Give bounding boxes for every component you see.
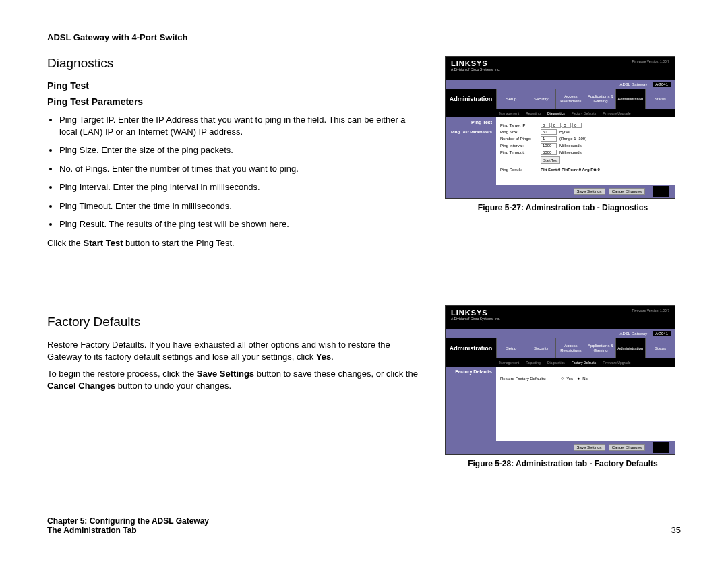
side-heading-params: Ping Test Parameters bbox=[446, 127, 496, 137]
figure-factory: LINKSYS A Division of Cisco Systems, Inc… bbox=[445, 305, 681, 468]
tab-setup[interactable]: Setup bbox=[496, 338, 526, 358]
ip-field-4[interactable]: 0 bbox=[572, 123, 582, 128]
subnav-management[interactable]: Management bbox=[499, 361, 519, 365]
label-num-pings: Number of Pings: bbox=[500, 137, 541, 141]
document-header: ADSL Gateway with 4-Port Switch bbox=[47, 32, 681, 42]
result-value: Pkt Sent:0 PktRecv:0 Avg Rtt:0 bbox=[541, 168, 600, 172]
subheading-ping-params: Ping Test Parameters bbox=[47, 96, 425, 107]
tab-applications[interactable]: Applications & Gaming bbox=[586, 338, 615, 358]
subnav-diagnostics[interactable]: Diagnostics bbox=[547, 111, 565, 115]
list-item: Ping Size. Enter the size of the ping pa… bbox=[59, 144, 425, 156]
section-factory-title: Factory Defaults bbox=[47, 315, 425, 330]
tab-security[interactable]: Security bbox=[526, 89, 555, 109]
start-test-button[interactable]: Start Test bbox=[541, 156, 560, 164]
subnav-firmware[interactable]: Firmware Upgrade bbox=[603, 361, 630, 365]
save-settings-button[interactable]: Save Settings bbox=[574, 188, 605, 195]
ping-params-list: Ping Target IP. Enter the IP Address tha… bbox=[59, 114, 425, 230]
logo-subtitle: A Division of Cisco Systems, Inc. bbox=[451, 67, 500, 71]
cisco-icon bbox=[653, 442, 669, 453]
num-pings-field[interactable]: 1 bbox=[541, 136, 557, 142]
section-diagnostics-title: Diagnostics bbox=[47, 56, 425, 71]
unit-ms-2: Milliseconds bbox=[559, 150, 582, 154]
model-label: AG041 bbox=[653, 331, 671, 336]
subnav-factory[interactable]: Factory Defaults bbox=[572, 111, 596, 115]
nav-section-label: Administration bbox=[446, 338, 496, 358]
label-restore: Restore Factory Defaults: bbox=[500, 377, 561, 381]
ip-field-1[interactable]: 0 bbox=[541, 123, 550, 128]
tab-access[interactable]: Access Restrictions bbox=[555, 89, 585, 109]
tab-applications[interactable]: Applications & Gaming bbox=[586, 89, 615, 109]
nav-section-label: Administration bbox=[446, 89, 496, 109]
firmware-version: Firmware Version: 1.00.7 bbox=[632, 59, 669, 63]
label-result: Ping Result: bbox=[500, 168, 541, 172]
radio-yes-label[interactable]: Yes bbox=[566, 377, 573, 381]
figure-caption-2: Figure 5-28: Administration tab - Factor… bbox=[445, 459, 681, 468]
tab-administration[interactable]: Administration bbox=[615, 338, 645, 358]
tab-administration[interactable]: Administration bbox=[615, 89, 645, 109]
label-ping-size: Ping Size: bbox=[500, 130, 541, 134]
gateway-label: ADSL Gateway bbox=[620, 82, 648, 86]
footer-left: Chapter 5: Configuring the ADSL Gateway … bbox=[47, 516, 209, 535]
figure-diagnostics: LINKSYS A Division of Cisco Systems, Inc… bbox=[445, 56, 681, 212]
side-heading-factory: Factory Defaults bbox=[446, 367, 496, 377]
page-number: 35 bbox=[671, 525, 681, 535]
factory-paragraph-1: Restore Factory Defaults. If you have ex… bbox=[47, 339, 425, 363]
factory-paragraph-2: To begin the restore process, click the … bbox=[47, 368, 425, 392]
tab-status[interactable]: Status bbox=[645, 89, 675, 109]
interval-field[interactable]: 1000 bbox=[541, 143, 557, 148]
cancel-changes-button[interactable]: Cancel Changes bbox=[609, 188, 645, 195]
range-hint: (Range 1~100) bbox=[559, 137, 586, 141]
linksys-logo: LINKSYS bbox=[451, 309, 500, 317]
timeout-field[interactable]: 5000 bbox=[541, 150, 557, 155]
start-test-paragraph: Click the Start Test button to start the… bbox=[47, 237, 425, 249]
subnav-management[interactable]: Management bbox=[499, 111, 519, 115]
tab-security[interactable]: Security bbox=[526, 338, 555, 358]
linksys-logo: LINKSYS bbox=[451, 59, 500, 67]
figure-caption-1: Figure 5-27: Adminstration tab - Diagnos… bbox=[445, 203, 681, 212]
cisco-icon bbox=[653, 186, 669, 197]
unit-ms-1: Milliseconds bbox=[559, 144, 582, 148]
subheading-ping-test: Ping Test bbox=[47, 80, 425, 91]
list-item: No. of Pings. Enter the number of times … bbox=[59, 163, 425, 175]
subnav-diagnostics[interactable]: Diagnostics bbox=[547, 361, 565, 365]
model-label: AG041 bbox=[653, 82, 671, 87]
cancel-changes-button[interactable]: Cancel Changes bbox=[609, 444, 645, 451]
gateway-label: ADSL Gateway bbox=[620, 332, 648, 336]
label-timeout: Ping Timeout: bbox=[500, 150, 541, 154]
logo-subtitle: A Division of Cisco Systems, Inc. bbox=[451, 317, 500, 321]
ping-size-field[interactable]: 60 bbox=[541, 129, 557, 135]
radio-no-label[interactable]: No bbox=[582, 377, 588, 381]
tab-status[interactable]: Status bbox=[645, 338, 675, 358]
ip-field-3[interactable]: 0 bbox=[562, 123, 571, 128]
firmware-version: Firmware Version: 1.00.7 bbox=[632, 309, 669, 313]
label-target-ip: Ping Target IP: bbox=[500, 123, 541, 127]
label-interval: Ping Interval: bbox=[500, 144, 541, 148]
tab-setup[interactable]: Setup bbox=[496, 89, 526, 109]
tab-access[interactable]: Access Restrictions bbox=[555, 338, 585, 358]
list-item: Ping Timeout. Enter the time in millisec… bbox=[59, 200, 425, 212]
subnav-reporting[interactable]: Reporting bbox=[526, 111, 541, 115]
subnav-reporting[interactable]: Reporting bbox=[526, 361, 541, 365]
list-item: Ping Result. The results of the ping tes… bbox=[59, 218, 425, 230]
unit-bytes: Bytes bbox=[559, 130, 570, 134]
list-item: Ping Interval. Enter the ping interval i… bbox=[59, 181, 425, 193]
subnav-firmware[interactable]: Firmware Upgrade bbox=[603, 111, 630, 115]
side-heading-ping: Ping Test bbox=[446, 117, 496, 127]
subnav-factory[interactable]: Factory Defaults bbox=[572, 361, 596, 365]
save-settings-button[interactable]: Save Settings bbox=[574, 444, 605, 451]
list-item: Ping Target IP. Enter the IP Address tha… bbox=[59, 114, 425, 137]
ip-field-2[interactable]: 0 bbox=[551, 123, 561, 128]
